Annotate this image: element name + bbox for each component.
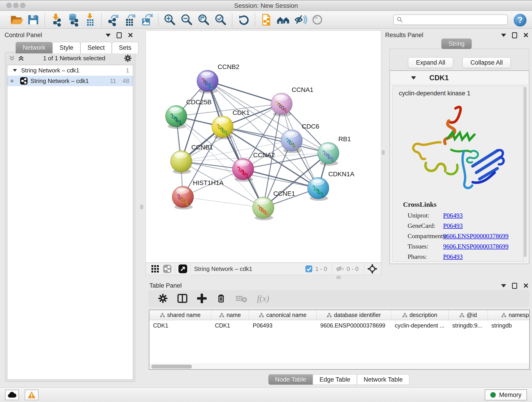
detach-view-icon[interactable] [178,264,187,274]
results-scrollbar[interactable] [524,86,527,262]
column-header[interactable]: namespace [488,310,530,320]
float-panel-icon[interactable] [106,34,111,37]
edge-CCNB2-CCNA1[interactable] [208,81,282,104]
table-options-gear-icon[interactable] [158,294,168,303]
column-header[interactable]: database identifier [317,310,391,320]
collection-name: String Network – cdk1 [21,67,79,74]
float-panel-icon[interactable] [501,284,506,287]
close-panel-icon[interactable]: ✕ [523,283,529,289]
warnings-button[interactable] [25,390,38,400]
expand-all-button[interactable]: Expand All [408,57,453,68]
close-panel-icon[interactable]: ✕ [523,32,529,38]
grid-view-icon[interactable] [151,265,159,273]
vertical-splitter-handle[interactable] [140,205,143,209]
genecard-link[interactable]: P06493 [443,222,463,229]
search-input[interactable] [393,14,508,25]
maximize-panel-icon[interactable] [117,32,122,38]
tab-sets[interactable]: Sets [112,42,138,53]
apply-layout-button[interactable] [235,12,252,27]
node-count: 11 [110,77,116,85]
cloud-status-button[interactable] [5,390,19,400]
section-collapse-icon[interactable] [411,76,416,80]
birdseye-navigator-icon[interactable] [367,264,377,274]
tab-style[interactable]: Style [52,42,80,53]
memory-button[interactable]: Memory [485,389,527,400]
column-header[interactable]: name [211,310,249,320]
node-CCNE1[interactable]: CCNE1 [253,190,295,220]
collapse-all-icon[interactable] [8,55,15,61]
node-CCNA1[interactable]: CCNA1 [271,86,313,116]
table-row[interactable]: CDK1 CDK1 P06493 9606.ENSP00000378699 cy… [149,320,529,331]
string-home-button[interactable] [275,12,292,27]
import-table-button[interactable] [82,12,99,27]
tab-select[interactable]: Select [80,42,112,53]
node-HIST1H1A[interactable]: HIST1H1A [172,179,224,210]
maximize-panel-icon[interactable] [512,32,517,38]
zoom-selected-button[interactable] [212,12,229,27]
edge-CCNB2-CCNE1[interactable] [208,81,263,208]
cell-namespace[interactable]: stringdb [488,320,530,331]
tab-network-table[interactable]: Network Table [357,374,409,385]
expand-all-icon[interactable] [18,55,25,61]
delete-column-icon[interactable] [216,294,226,303]
pharos-link[interactable]: P06493 [443,253,463,260]
zoom-in-button[interactable] [161,12,178,27]
export-image-button[interactable] [138,12,155,27]
node-CDKN1A[interactable]: CDKN1A [307,171,355,201]
cell-name[interactable]: CDK1 [211,320,249,331]
node-CDC25B[interactable]: CDC25B [165,99,211,129]
tab-node-table[interactable]: Node Table [268,374,313,385]
edge-CCNA2-CDKN1A[interactable] [243,169,318,188]
edge-HIST1H1A-CCNE1[interactable] [183,197,263,208]
collection-expand-icon[interactable] [13,69,17,71]
gear-icon[interactable] [124,54,132,62]
zoom-fit-button[interactable] [195,12,212,27]
show-columns-icon[interactable] [177,293,187,303]
network-row-selected[interactable]: String Network – cdk1 11 48 [7,76,133,86]
node-RB1[interactable]: RB1 [317,135,351,166]
table-horizontal-scrollbar[interactable] [149,364,529,369]
cell-database-identifier[interactable]: 9606.ENSP00000378699 [317,320,391,331]
selected-checkbox-icon[interactable] [305,265,312,273]
compartments-link[interactable]: 9606.ENSP00000378699 [443,232,508,240]
edge-CDK1-RB1[interactable] [222,127,328,153]
network-view-icon[interactable] [163,264,172,273]
zoom-out-button[interactable] [178,12,195,27]
tab-string-results[interactable]: String [441,38,472,49]
close-panel-icon[interactable]: ✕ [128,32,133,38]
tab-edge-table[interactable]: Edge Table [313,374,357,385]
import-network-from-database-button[interactable] [65,12,82,27]
horizontal-splitter-handle[interactable] [336,276,341,279]
maximize-panel-icon[interactable] [512,283,517,289]
network-collection-row[interactable]: String Network – cdk1 1 [7,65,133,76]
column-header[interactable]: shared name [149,310,211,320]
column-header[interactable]: @id [449,310,488,320]
cell-description[interactable]: cyclin-dependent ... [391,320,449,331]
help-button[interactable]: ? [514,14,526,27]
column-header[interactable]: canonical name [249,310,317,320]
export-table-button[interactable] [121,12,138,27]
column-header[interactable]: description [391,310,449,320]
save-session-button[interactable] [25,12,42,27]
collapse-all-button[interactable]: Collapse All [462,57,511,68]
export-network-button[interactable] [104,12,121,27]
import-network-button[interactable] [48,12,65,27]
tissues-link[interactable]: 9606.ENSP00000378699 [443,243,508,250]
string-network-graph[interactable]: CCNB2CCNA1CDC25BCDK1CDC6RB1CCNB1CCNA2CDK… [146,31,381,262]
node-CDK1[interactable]: CDK1 [212,109,250,139]
cell-canonical-name[interactable]: P06493 [249,320,317,331]
cell-shared-name[interactable]: CDK1 [149,320,211,331]
float-panel-icon[interactable] [501,34,506,37]
string-import-button[interactable] [258,12,275,27]
open-session-button[interactable] [8,12,25,27]
tab-network[interactable]: Network [16,42,52,53]
node-CCNB1[interactable]: CCNB1 [171,144,213,174]
add-column-icon[interactable] [197,294,207,303]
network-canvas[interactable]: CCNB2CCNA1CDC25BCDK1CDC6RB1CCNB1CCNA2CDK… [146,31,381,263]
hidden-eye-icon[interactable] [336,265,345,273]
show-glass-ball-toggle-button[interactable] [309,12,326,27]
cell-id[interactable]: stringdb:9... [449,320,488,331]
node-table[interactable]: shared name name canonical name database… [149,310,530,370]
enhanced-labels-toggle-button[interactable] [292,12,309,27]
uniprot-link[interactable]: P06493 [443,212,463,219]
